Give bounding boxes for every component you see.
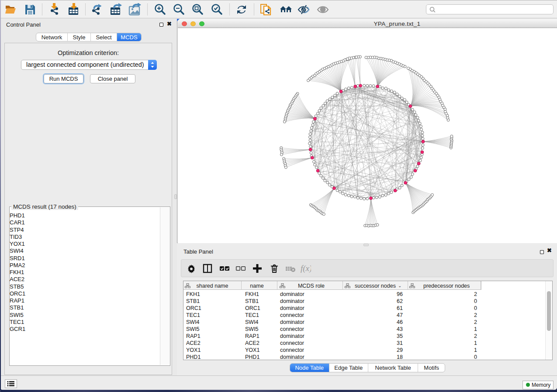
svg-text:f(x): f(x) (301, 264, 311, 273)
